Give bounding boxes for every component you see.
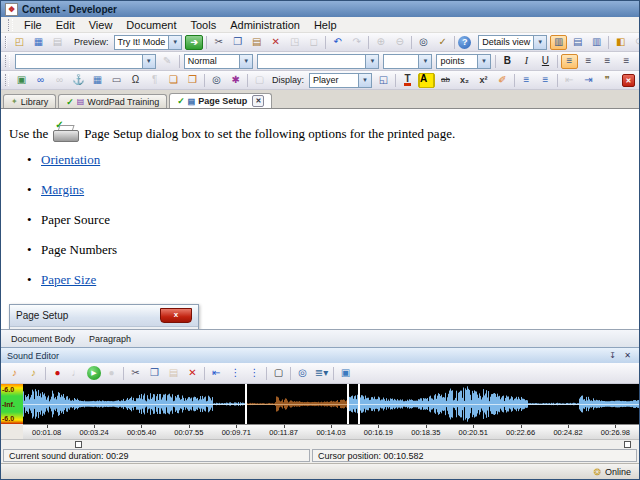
tab-wordpad-training[interactable]: ✓ ▤ WordPad Training [58, 94, 167, 108]
locked-doc-icon[interactable]: ▢ [251, 73, 268, 88]
chevron-down-icon[interactable]: ▼ [239, 55, 252, 68]
menu-help[interactable]: Help [307, 18, 344, 32]
open-sound-icon[interactable]: ♪ [25, 366, 42, 381]
details-view-icon[interactable]: ▥ [550, 35, 567, 50]
copy-icon[interactable]: ❐ [229, 35, 246, 50]
margins-link[interactable]: Margins [41, 182, 84, 197]
numbered-list-icon[interactable]: ≡ [518, 73, 535, 88]
insert-table-icon[interactable]: ▦ [89, 73, 106, 88]
delete-sound-icon[interactable]: ✕ [184, 366, 201, 381]
title-bar[interactable]: ❖ Content - Developer [1, 1, 639, 17]
open-folder-icon[interactable]: ◰ [11, 35, 28, 50]
style-select[interactable]: ▼ [15, 54, 156, 69]
toolbar-close-button[interactable]: ✕ [622, 74, 635, 87]
folder-properties-icon[interactable]: ◧ [612, 35, 629, 50]
zoom-out-icon[interactable]: ⊖ [391, 35, 408, 50]
selection-handle-right[interactable] [624, 441, 631, 448]
paper-size-link[interactable]: Paper Size [41, 272, 96, 287]
chevron-down-icon[interactable]: ▼ [142, 55, 155, 68]
bookmark-list-icon[interactable]: ❐ [184, 73, 201, 88]
menu-edit[interactable]: Edit [49, 18, 82, 32]
record-icon[interactable]: ● [49, 366, 66, 381]
refresh-icon[interactable]: ⟳ [631, 35, 640, 50]
paragraph-format-select[interactable]: Normal ▼ [184, 54, 254, 69]
cursor-marker-icon[interactable]: ⋮ [227, 366, 244, 381]
chevron-down-icon[interactable]: ▼ [477, 55, 490, 68]
menu-file[interactable]: File [17, 18, 49, 32]
align-justify-icon[interactable]: ≡ [618, 54, 635, 69]
zoom-in-icon[interactable]: ⊕ [372, 35, 389, 50]
path-paragraph[interactable]: Paragraph [89, 334, 131, 344]
remove-link-icon[interactable]: ∞ [51, 73, 68, 88]
decrease-indent-icon[interactable]: ⇤ [561, 73, 578, 88]
font-size-select[interactable]: ▼ [383, 54, 432, 69]
selection-end-icon[interactable]: ⋮ [246, 366, 263, 381]
delete-icon[interactable]: ✕ [267, 35, 284, 50]
tab-page-setup[interactable]: ✓ ▤ Page Setup ✕ [169, 93, 272, 108]
view-options-icon[interactable]: ≣▾ [313, 366, 330, 381]
replace-icon[interactable]: ✱ [227, 73, 244, 88]
redo-icon[interactable]: ↷ [348, 35, 365, 50]
play-icon[interactable]: ▶ [87, 366, 101, 380]
new-sound-icon[interactable]: ♪ [6, 366, 23, 381]
print-icon[interactable]: ▤ [49, 35, 66, 50]
underline-icon[interactable]: U [537, 54, 554, 69]
cut-icon[interactable]: ✂ [210, 35, 227, 50]
chevron-down-icon[interactable]: ▼ [418, 55, 431, 68]
sound-editor-title-bar[interactable]: Sound Editor ↧ ✕ [1, 347, 639, 363]
zoom-wave-icon[interactable]: ◎ [294, 366, 311, 381]
font-color-icon[interactable]: T [399, 73, 416, 88]
clear-icon[interactable]: ◻ [305, 35, 322, 50]
chevron-down-icon[interactable]: ▼ [358, 74, 371, 87]
tab-library[interactable]: ✦ Library [3, 94, 56, 108]
horizontal-rule-icon[interactable]: ▭ [108, 73, 125, 88]
copy-sound-icon[interactable]: ❐ [146, 366, 163, 381]
undo-icon[interactable]: ↶ [329, 35, 346, 50]
special-character-icon[interactable]: Ω [127, 73, 144, 88]
close-icon[interactable]: ✕ [622, 350, 633, 361]
paste-sound-icon[interactable]: ▤ [165, 366, 182, 381]
find-icon[interactable]: ◎ [415, 35, 432, 50]
view-mode-select[interactable]: Details view ▼ [478, 35, 547, 50]
paste-icon[interactable]: ▤ [248, 35, 265, 50]
display-select[interactable]: Player ▼ [309, 73, 372, 88]
menu-document[interactable]: Document [119, 18, 183, 32]
waveform-canvas[interactable] [23, 384, 639, 424]
align-left-icon[interactable]: ≡ [561, 54, 578, 69]
menu-administration[interactable]: Administration [223, 18, 307, 32]
spellcheck-icon[interactable]: ✓ [434, 35, 451, 50]
cut-sound-icon[interactable]: ✂ [127, 366, 144, 381]
save-icon[interactable]: ▦ [30, 35, 47, 50]
pin-icon[interactable]: ↧ [607, 350, 618, 361]
units-select[interactable]: points ▼ [436, 54, 491, 69]
font-select[interactable]: ▼ [257, 54, 379, 69]
insert-image-icon[interactable]: ▣ [13, 73, 30, 88]
find-text-icon[interactable]: ◎ [208, 73, 225, 88]
orientation-link[interactable]: Orientation [41, 152, 100, 167]
bookmark-icon[interactable]: ❏ [165, 73, 182, 88]
crop-icon[interactable]: ▢ [270, 366, 287, 381]
preview-mode-select[interactable]: Try It! Mode ▼ [114, 35, 183, 50]
selection-handle-left[interactable] [75, 441, 82, 448]
menu-view[interactable]: View [82, 18, 120, 32]
highlight-icon[interactable]: A [418, 73, 435, 88]
bold-icon[interactable]: B [499, 54, 516, 69]
eraser-icon[interactable]: ✐ [494, 73, 511, 88]
go-preview-icon[interactable]: ➔ [185, 35, 203, 50]
format-painter-icon[interactable]: ✎ [159, 54, 176, 69]
italic-icon[interactable]: I [518, 54, 535, 69]
waveform-picture-icon[interactable]: ▣ [337, 366, 354, 381]
align-right-icon[interactable]: ≡ [599, 54, 616, 69]
split-view-icon[interactable]: ▤ [569, 35, 586, 50]
display-window-icon[interactable]: ◱ [375, 73, 392, 88]
selection-bar[interactable] [1, 439, 639, 448]
document-body[interactable]: Use the ✓ Page Setup dialog box to set t… [1, 109, 639, 329]
menu-tools[interactable]: Tools [184, 18, 224, 32]
bullet-list-icon[interactable]: ≡ [537, 73, 554, 88]
superscript-icon[interactable]: x² [475, 73, 492, 88]
path-document-body[interactable]: Document Body [11, 334, 75, 344]
two-pane-view-icon[interactable]: ▥ [588, 35, 605, 50]
properties-doc-icon[interactable]: ◳ [286, 35, 303, 50]
chevron-down-icon[interactable]: ▼ [533, 36, 546, 49]
record-device-icon[interactable]: ♩ [68, 366, 85, 381]
